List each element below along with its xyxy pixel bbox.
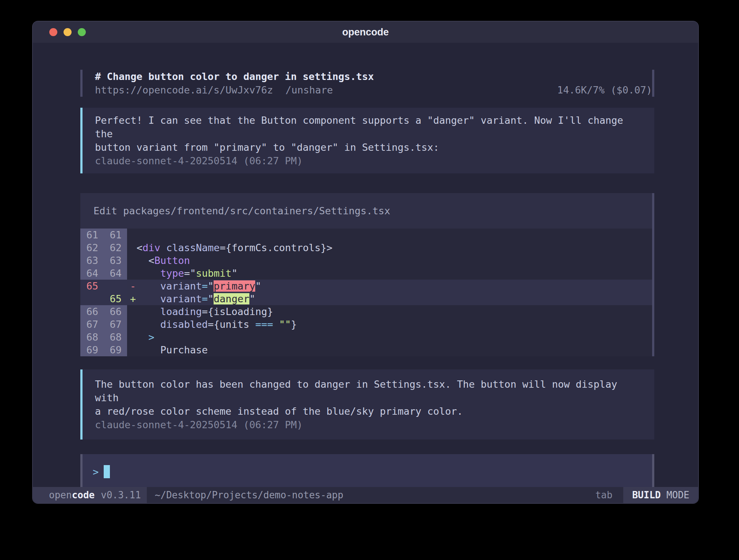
mode-segment[interactable]: BUILD MODE <box>623 487 698 503</box>
working-directory: ~/Desktop/Projects/demo-notes-app <box>155 487 344 503</box>
message-meta: claude-sonnet-4-20250514 (06:27 PM) <box>95 154 642 168</box>
status-bar: opencodev0.3.11 ~/Desktop/Projects/demo-… <box>33 487 698 503</box>
edit-tool-block: Edit packages/frontend/src/containers/Se… <box>80 193 654 356</box>
diff-rows: 61616262<div className={formCs.controls}… <box>80 229 652 356</box>
assistant-message: Perfect! I can see that the Button compo… <box>80 108 654 173</box>
mode-suffix: MODE <box>661 490 689 500</box>
diff-row: 6666 loading={isLoading} <box>80 305 652 318</box>
titlebar: opencode <box>33 22 698 43</box>
opencode-window: opencode # Change button color to danger… <box>32 21 699 504</box>
message-meta: claude-sonnet-4-20250514 (06:27 PM) <box>95 418 642 431</box>
prompt-input-row: > <box>80 454 654 489</box>
share-url-link[interactable]: https://opencode.ai/s/UwJxv76z <box>95 84 273 96</box>
diff-row: 6363 <Button <box>80 254 652 267</box>
diff-row: 65- variant="primary" <box>80 280 652 292</box>
diff-row: 65+ variant="danger" <box>80 292 652 305</box>
unshare-action[interactable]: /unshare <box>286 84 333 96</box>
session-header: # Change button color to danger in setti… <box>80 70 654 97</box>
message-text: The button color has been changed to dan… <box>95 377 642 418</box>
app-version: v0.3.11 <box>101 490 141 500</box>
message-text: Perfect! I can see that the Button compo… <box>95 114 642 154</box>
tool-right-border <box>652 193 654 356</box>
diff-row: 6161 <box>80 229 652 241</box>
mode-name: BUILD <box>632 490 660 500</box>
edit-tool-title: Edit packages/frontend/src/containers/Se… <box>80 193 652 229</box>
assistant-message: The button color has been changed to dan… <box>80 369 654 440</box>
prompt-input[interactable]: > <box>83 454 652 489</box>
main-content: # Change button color to danger in setti… <box>80 43 654 487</box>
app-version-segment: opencodev0.3.11 <box>33 487 147 503</box>
header-right-border <box>652 70 654 97</box>
text-cursor <box>104 465 110 478</box>
context-stats: 14.6K/7% ($0.07) <box>557 83 652 97</box>
input-right-border <box>652 454 654 489</box>
window-title: opencode <box>33 22 698 43</box>
app-name-open: open <box>49 490 72 500</box>
diff-row: 6464 type="submit" <box>80 267 652 280</box>
prompt-symbol: > <box>93 466 99 477</box>
diff-row: 6262<div className={formCs.controls}> <box>80 241 652 254</box>
tab-key-hint: tab <box>595 487 612 503</box>
app-name-code: code <box>72 490 95 500</box>
session-title: # Change button color to danger in setti… <box>95 70 652 83</box>
diff-row: 6969 Purchase <box>80 344 652 356</box>
diff-row: 6868 > <box>80 331 652 344</box>
diff-row: 6767 disabled={units === ""} <box>80 318 652 331</box>
